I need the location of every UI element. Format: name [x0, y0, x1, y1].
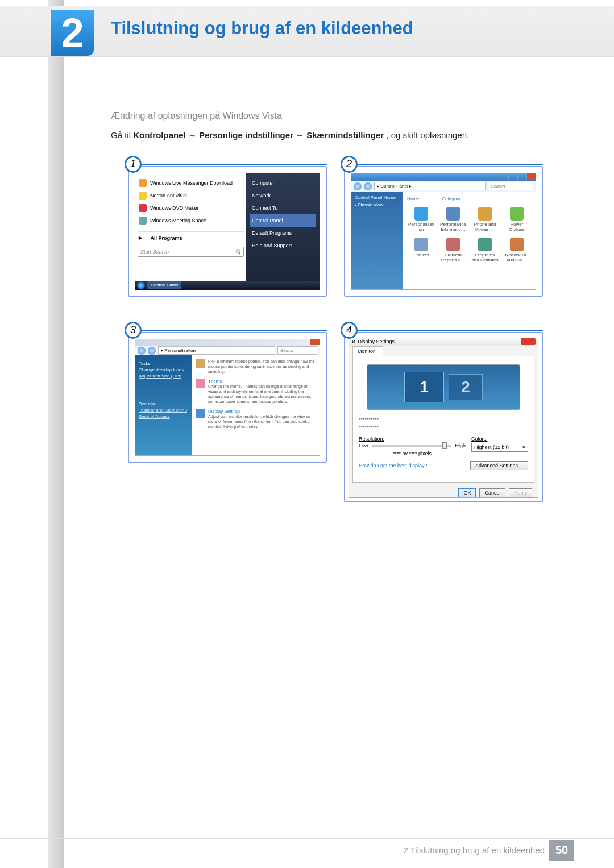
- section-subheading: Ændring af opløsningen på Windows Vista: [111, 111, 560, 121]
- startmenu-item[interactable]: Norton AntiVirus: [138, 189, 244, 202]
- breadcrumb[interactable]: ▸ Control Panel ▸: [374, 182, 486, 190]
- nav-back-icon[interactable]: [138, 347, 146, 355]
- links-row: How do I get the best display? Advanced …: [359, 461, 528, 470]
- pers-entry[interactable]: ThemeChange the theme. Themes can change…: [196, 379, 316, 404]
- personalization-window: ▸ Personalization Search Tasks Change de…: [135, 339, 320, 456]
- cp-item-label: Problem Reports a…: [439, 252, 467, 263]
- nav-fwd-icon[interactable]: [148, 347, 156, 355]
- footer-text: 2 Tilslutning og brug af en kildeenhed: [403, 845, 545, 855]
- cp-icon-item[interactable]: Personalizati on: [407, 207, 435, 232]
- best-display-link[interactable]: How do I get the best display?: [359, 463, 428, 468]
- sidebar-classic[interactable]: • Classic View: [355, 202, 399, 207]
- instr-path1: Kontrolpanel: [133, 130, 186, 140]
- step-line-1: [142, 164, 327, 165]
- nav-back-icon[interactable]: [354, 182, 362, 190]
- page-footer: 2 Tilslutning og brug af en kildeenhed 5…: [0, 838, 614, 861]
- cp-icon-item[interactable]: Programs and Features: [471, 238, 499, 263]
- left-rail: [48, 0, 64, 868]
- cp-icon-item[interactable]: Realtek HD Audio M…: [503, 238, 531, 263]
- monitor-2-box[interactable]: 2: [449, 374, 483, 400]
- startmenu-item[interactable]: Windows DVD Maker: [138, 202, 244, 214]
- all-programs-label: All Programs: [151, 235, 182, 241]
- dialog-buttons: OK Cancel Apply: [349, 485, 538, 497]
- sidebar-seealso-header: See also: [139, 401, 189, 406]
- cp-item-label: Programs and Features: [471, 252, 499, 263]
- instr-arrow2: →: [296, 130, 306, 140]
- chapter-title: Tilslutning og brug af en kildeenhed: [111, 18, 413, 39]
- startmenu-label: Windows Live Messenger Download: [150, 180, 233, 186]
- pers-entry-icon: [196, 379, 205, 388]
- cancel-button[interactable]: Cancel: [479, 488, 505, 497]
- minimize-button[interactable]: [508, 173, 517, 180]
- close-button[interactable]: [521, 338, 536, 345]
- slider-thumb[interactable]: [442, 442, 447, 449]
- cp-item-label: Realtek HD Audio M…: [503, 252, 531, 263]
- breadcrumb[interactable]: ▸ Personalization: [158, 346, 275, 355]
- start-menu: Windows Live Messenger Download Norton A…: [135, 173, 320, 290]
- chapter-number-block: 2: [51, 10, 94, 56]
- slider-low: Low: [359, 443, 368, 448]
- screenshot-grid: 1 Windows Live Messenger Download Norton…: [111, 165, 560, 502]
- advanced-settings-button[interactable]: Advanced Settings…: [470, 461, 528, 470]
- cp-icon-item[interactable]: Problem Reports a…: [439, 238, 467, 263]
- cp-icon-item[interactable]: Power Options: [503, 207, 531, 232]
- startmenu-right-item[interactable]: Help and Support: [250, 239, 316, 252]
- page-content: Ændring af opløsningen på Windows Vista …: [111, 111, 560, 502]
- col-category: Category: [442, 196, 460, 201]
- monitor-1-box[interactable]: 1: [404, 372, 444, 402]
- taskbar-item[interactable]: Control Panel: [147, 281, 181, 289]
- startmenu-right-item[interactable]: Computer: [250, 177, 316, 189]
- startmenu-control-panel[interactable]: Control Panel: [250, 214, 316, 227]
- resolution-slider[interactable]: Low High: [359, 443, 466, 448]
- redacted-line: **********: [359, 417, 528, 422]
- startmenu-label: Windows Meeting Space: [150, 218, 206, 223]
- cp-item-icon: [478, 238, 492, 251]
- slider-track: [372, 445, 452, 447]
- pers-entry-title: Display Settings: [208, 409, 316, 414]
- maximize-button[interactable]: [517, 173, 526, 180]
- pers-entry-desc: Pick a different mouse pointer. You can …: [208, 359, 316, 374]
- redacted-line: **********: [359, 425, 528, 430]
- search-input[interactable]: Search: [277, 346, 317, 355]
- cp-columns-header: Name Category: [407, 196, 531, 203]
- start-search-input[interactable]: Start Search 🔍: [138, 247, 244, 257]
- apply-button[interactable]: Apply: [509, 488, 532, 497]
- start-orb-icon[interactable]: [137, 281, 145, 289]
- cp-icon-item[interactable]: Performance Informatio…: [439, 207, 467, 232]
- dialog-title: 🖥 Display Settings: [351, 339, 395, 344]
- startmenu-right-item[interactable]: Network: [250, 189, 316, 202]
- all-programs[interactable]: ▶ All Programs: [138, 231, 244, 243]
- ok-button[interactable]: OK: [458, 488, 476, 497]
- startmenu-item[interactable]: Windows Meeting Space: [138, 214, 244, 227]
- monitor-tab[interactable]: Monitor: [352, 346, 383, 356]
- startmenu-item[interactable]: Windows Live Messenger Download: [138, 177, 244, 189]
- startmenu-right-item[interactable]: Default Programs: [250, 227, 316, 239]
- sidebar-link[interactable]: Taskbar and Start Menu: [139, 408, 189, 413]
- dialog-panel: 1 2 ********** ********** Resolution: Lo…: [352, 356, 534, 483]
- cp-item-label: Printers: [407, 252, 435, 258]
- sidebar-tasks-header: Tasks: [139, 361, 189, 366]
- cp-item-label: Personalizati on: [407, 222, 435, 232]
- close-button[interactable]: [526, 173, 536, 180]
- sidebar-link[interactable]: Adjust font size (DPI): [139, 373, 189, 379]
- screenshot-3-wrap: 3 ▸ Personalization Search: [128, 331, 327, 502]
- colors-dropdown[interactable]: Highest (32 bit)▾: [471, 443, 528, 452]
- colors-value: Highest (32 bit): [474, 445, 509, 450]
- search-placeholder: Start Search: [140, 249, 169, 255]
- instr-suffix: , og skift opløsningen.: [386, 130, 469, 140]
- search-input[interactable]: Search: [488, 182, 533, 190]
- close-button[interactable]: [310, 339, 320, 345]
- pers-entry[interactable]: Pick a different mouse pointer. You can …: [196, 359, 316, 374]
- sidebar-link[interactable]: Ease of Access: [139, 414, 189, 419]
- cp-icon-item[interactable]: Printers: [407, 238, 435, 263]
- startmenu-right-item[interactable]: Connect To: [250, 202, 316, 214]
- sidebar-link[interactable]: Change desktop icons: [139, 367, 189, 372]
- sidebar-home[interactable]: Control Panel Home: [355, 195, 399, 200]
- sidebar-classic-label: Classic View: [358, 202, 383, 207]
- step-number-4: 4: [341, 322, 358, 339]
- nav-fwd-icon[interactable]: [364, 182, 372, 190]
- meeting-icon: [139, 217, 147, 225]
- cp-icon-item[interactable]: Phone and Modem …: [471, 207, 499, 232]
- pers-entry[interactable]: Display SettingsAdjust your monitor reso…: [196, 409, 316, 429]
- dialog-title-bar: 🖥 Display Settings: [349, 337, 538, 346]
